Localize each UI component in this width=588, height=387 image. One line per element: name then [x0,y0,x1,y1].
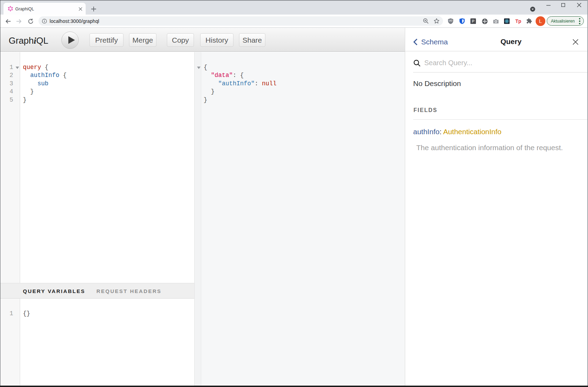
svg-text:P: P [472,19,474,23]
svg-text:UO: UO [449,19,452,22]
